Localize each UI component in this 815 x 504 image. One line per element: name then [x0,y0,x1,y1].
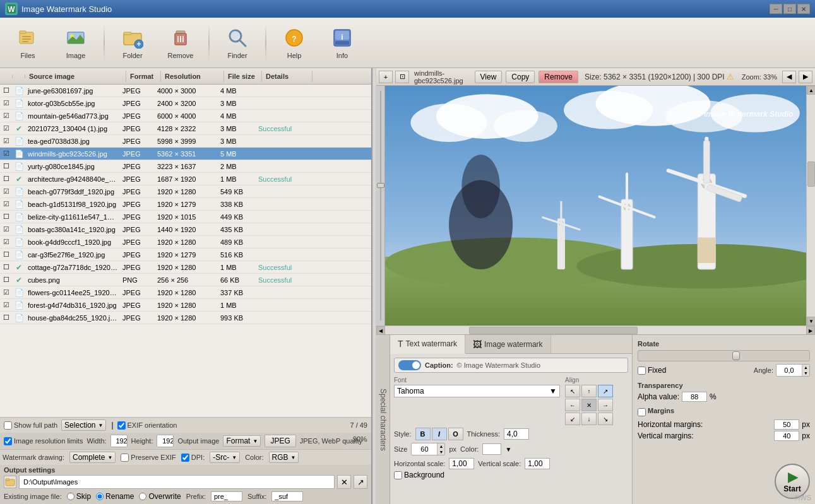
row-check[interactable]: ☐ [0,275,13,284]
row-check[interactable]: ☑ [0,199,13,209]
align-bottom-left-button[interactable]: ↙ [565,413,580,425]
jpeg-button[interactable]: JPEG [265,435,295,447]
fixed-checkbox[interactable]: Fixed [638,366,666,375]
size-down-button[interactable]: ▼ [437,449,444,455]
image-watermark-tab[interactable]: 🖼 Image watermark [465,335,551,353]
selection-dropdown[interactable]: Selection ▼ [61,419,106,431]
table-row[interactable]: ☑ 📄 book-g4dd9cccf1_1920.jpg JPEG 1920 ×… [0,236,371,249]
toolbar-help-button[interactable]: ? Help [271,21,317,64]
preserve-exif-checkbox[interactable]: Preserve EXIF [121,454,176,462]
scroll-up-button[interactable]: ▲ [807,86,815,95]
maximize-button[interactable]: □ [783,4,796,14]
font-select[interactable]: Tahoma ▼ [394,385,560,397]
show-full-path-input[interactable] [4,421,12,430]
table-row[interactable]: ☐ ✔ cottage-g72a7718dc_1920.jpg JPEG 192… [0,261,371,274]
table-row[interactable]: ☐ 📄 belize-city-g11611e547_1920.jpg JPEG… [0,211,371,223]
table-row[interactable]: ☑ 📄 beach-g0779f3ddf_1920.jpg JPEG 1920 … [0,185,371,198]
table-row[interactable]: ☑ 📄 kotor-g03b5cb55e.jpg JPEG 2400 × 320… [0,97,371,110]
height-value[interactable] [157,437,174,445]
align-top-left-button[interactable]: ↖ [565,385,580,397]
fit-button[interactable]: ⊡ [395,71,409,83]
prev-image-button[interactable]: ◀ [782,71,796,83]
dpi-checkbox[interactable]: DPI: [181,454,205,462]
show-full-path-checkbox[interactable]: Show full path [4,421,57,430]
row-check[interactable]: ☑ [0,288,13,297]
rename-radio[interactable] [96,493,104,500]
color-arrow-icon[interactable]: ▼ [505,446,511,453]
toolbar-files-button[interactable]: Files [5,21,51,64]
zoom-in-button[interactable]: + [379,71,393,83]
scroll-down-button[interactable]: ▼ [807,317,815,325]
minimize-button[interactable]: ─ [770,4,782,14]
align-bottom-right-button[interactable]: ↘ [598,413,613,425]
size-up-button[interactable]: ▲ [437,443,444,449]
angle-value[interactable] [776,366,802,375]
alpha-input[interactable] [682,392,707,402]
h-margins-input[interactable] [774,419,799,430]
scroll-left-button[interactable]: ◀ [376,326,385,335]
preview-scrollbar-h[interactable]: ◀ ▶ [376,325,815,334]
angle-down-button[interactable]: ▼ [802,370,809,376]
height-input[interactable]: ▲ ▼ [157,435,174,447]
row-check[interactable]: ☐ [0,313,13,322]
table-row[interactable]: ☑ 📄 beach-g1d5131f98_1920.jpg JPEG 1920 … [0,198,371,211]
wm-draw-dropdown[interactable]: Complete ▼ [69,452,116,463]
file-list[interactable]: ☐ 📄 june-ge63081697.jpg JPEG 4000 × 3000… [0,85,371,417]
view-button[interactable]: View [475,71,503,83]
table-row[interactable]: ☑ ✔ 20210723_130404 (1).jpg JPEG 4128 × … [0,122,371,135]
angle-input[interactable]: ▲ ▼ [776,364,810,377]
copy-button[interactable]: Copy [506,71,535,83]
rotate-slider[interactable] [638,350,810,361]
preserve-exif-input[interactable] [121,454,129,462]
toolbar-folder-button[interactable]: + Folder [110,21,155,64]
align-top-right-button[interactable]: ↗ [598,385,613,397]
overwrite-radio-label[interactable]: Overwrite [139,492,181,501]
table-row[interactable]: ☐ ✔ cubes.png PNG 256 × 256 66 KB Succes… [0,274,371,286]
text-watermark-tab[interactable]: T Text watermark [390,335,465,354]
table-row[interactable]: ☑ 📄 forest-g4d74db316_1920.jpg JPEG 1920… [0,299,371,312]
close-button[interactable]: ✕ [797,4,810,14]
toolbar-image-button[interactable]: Image [53,21,98,64]
row-check[interactable]: ☑ [0,124,13,133]
angle-up-button[interactable]: ▲ [802,365,809,370]
row-check[interactable]: ☑ [0,225,13,234]
table-row[interactable]: ☑ 📄 tea-ged7038d38.jpg JPEG 5998 × 3999 … [0,135,371,148]
toolbar-remove-button[interactable]: Remove [158,21,203,64]
output-path-input[interactable] [19,475,335,489]
row-check[interactable]: ☑ [0,98,13,108]
table-row[interactable]: ☐ ✔ architecture-g94248840e_1920.j... JP… [0,173,371,185]
h-scroll-thumb[interactable] [469,327,638,334]
rename-radio-label[interactable]: Rename [96,492,134,501]
background-checkbox[interactable]: Background [394,471,444,479]
suffix-input[interactable] [271,491,303,501]
zoom-slider-vertical[interactable] [376,86,385,325]
background-input[interactable] [394,471,402,479]
rotate-thumb[interactable] [732,351,740,360]
align-center-button[interactable]: ✕ [581,399,597,411]
browse-path-button[interactable]: ↗ [354,475,367,489]
row-check[interactable]: ☐ [0,161,13,171]
table-row[interactable]: ☐ 📄 yurty-g080ce1845.jpg JPEG 3223 × 163… [0,160,371,173]
exif-input[interactable] [117,421,126,430]
margins-input[interactable] [638,408,646,416]
dpi-dropdown[interactable]: -Src- ▼ [210,452,240,463]
size-value[interactable] [412,445,437,454]
exif-checkbox[interactable]: EXIF orientation [117,421,177,430]
quality-slider[interactable]: 90% [366,440,367,442]
table-row[interactable]: ☐ 📄 house-gba84dc255_1920.jpg JPEG 1920 … [0,312,371,324]
scroll-right-button[interactable]: ▶ [806,326,815,335]
size-input[interactable]: ▲ ▼ [411,443,445,455]
format-dropdown[interactable]: Format ▼ [223,435,261,447]
italic-button[interactable]: I [432,428,447,440]
margins-checkbox[interactable]: Margins [638,407,810,417]
thickness-field[interactable]: 4,0 [504,428,529,440]
clear-path-button[interactable]: ✕ [337,475,351,489]
scroll-thumb[interactable] [807,161,815,187]
table-row[interactable]: ☑ 📄 mountain-ge546ad773.jpg JPEG 6000 × … [0,110,371,122]
overwrite-radio[interactable] [139,493,146,500]
row-check[interactable]: ☑ [0,300,13,310]
row-check[interactable]: ☐ [0,86,13,95]
row-check[interactable]: ☑ [0,237,13,247]
remove-button[interactable]: Remove [538,71,578,83]
toolbar-finder-button[interactable]: Finder [215,21,260,64]
